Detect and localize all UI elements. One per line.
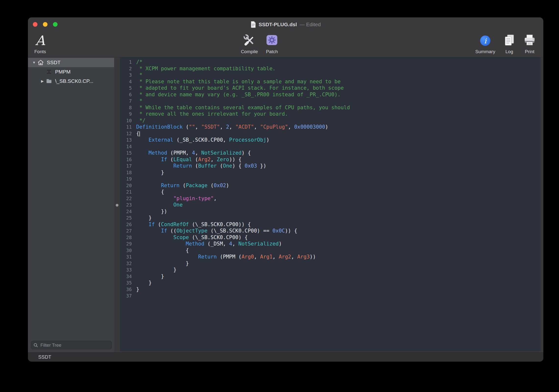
line-number: 26	[120, 221, 136, 228]
line-number: 8	[120, 104, 136, 111]
line-number: 5	[120, 85, 136, 91]
pane-splitter[interactable]	[114, 57, 120, 352]
code-line-14[interactable]: 14	[120, 143, 541, 150]
code-line-16[interactable]: 16 If (LEqual (Arg2, Zero)) {	[120, 156, 541, 163]
code-line-37[interactable]: 37	[120, 293, 541, 299]
code-text: * While the table contains several examp…	[136, 104, 350, 111]
house-icon	[37, 60, 45, 65]
code-line-28[interactable]: 28 Scope (\_SB.SCK0.CP00) {	[120, 234, 541, 241]
code-line-19[interactable]: 19	[120, 176, 541, 182]
code-line-17[interactable]: 17 Return (Buffer (One) { 0x03 })	[120, 163, 541, 169]
navigator-tree[interactable]: ▼SSDTPMPM▶\_SB.SCK0.CP...	[28, 57, 114, 341]
code-line-10[interactable]: 10 */	[120, 117, 541, 124]
code-line-26[interactable]: 26 If (CondRefOf (\_SB.SCK0.CP00)) {	[120, 221, 541, 228]
text-caret	[139, 131, 140, 136]
line-number: 28	[120, 234, 136, 241]
patch-button[interactable]: Patch	[254, 33, 290, 54]
code-text: Return (PMPM (Arg0, Arg1, Arg2, Arg3))	[136, 254, 316, 260]
code-line-34[interactable]: 34 }	[120, 273, 541, 280]
code-line-27[interactable]: 27 If ((ObjectType (\_SB.SCK0.CP00) == 0…	[120, 228, 541, 234]
code-line-12[interactable]: 12{	[120, 130, 541, 137]
code-line-33[interactable]: 33 }	[120, 267, 541, 273]
line-number: 25	[120, 215, 136, 221]
code-line-29[interactable]: 29 Method (_DSM, 4, NotSerialized)	[120, 241, 541, 247]
fonts-icon: A	[36, 34, 45, 47]
line-number: 2	[120, 65, 136, 72]
code-line-5[interactable]: 5 * adapted to fit your board's ACPI sta…	[120, 85, 541, 91]
code-text: *	[136, 98, 142, 104]
code-text: }	[136, 215, 152, 221]
code-text: }	[136, 280, 152, 286]
code-line-2[interactable]: 2 * XCPM power management compatibility …	[120, 65, 541, 72]
code-line-6[interactable]: 6 * and device name may vary (e.g. _SB_.…	[120, 91, 541, 98]
line-number: 23	[120, 202, 136, 208]
info-icon: i	[480, 36, 490, 46]
code-text: *	[136, 72, 142, 78]
code-line-8[interactable]: 8 * While the table contains several exa…	[120, 104, 541, 111]
fonts-label: Fonts	[34, 49, 46, 54]
code-line-21[interactable]: 21 {	[120, 189, 541, 195]
window-title: SSDT-PLUG.dsl	[259, 22, 297, 27]
tree-item-label: PMPM	[55, 69, 71, 75]
code-text: If (LEqual (Arg2, Zero)) {	[136, 156, 242, 163]
line-number: 1	[120, 59, 136, 65]
document-icon	[251, 21, 256, 28]
folder-icon	[45, 79, 53, 84]
code-line-18[interactable]: 18 }	[120, 169, 541, 176]
code-line-32[interactable]: 32 }	[120, 260, 541, 267]
line-number: 14	[120, 143, 136, 150]
code-line-4[interactable]: 4 * Please note that this table is only …	[120, 78, 541, 85]
line-number: 30	[120, 247, 136, 254]
code-line-13[interactable]: 13 External (_SB_.SCK0.CP00, ProcessorOb…	[120, 137, 541, 143]
line-number: 27	[120, 228, 136, 234]
line-number: 4	[120, 78, 136, 85]
code-line-11[interactable]: 11DefinitionBlock ("", "SSDT", 2, "ACDT"…	[120, 124, 541, 130]
tree-item-pmpm[interactable]: PMPM	[28, 67, 114, 76]
tree-item-sb-sck0-cp[interactable]: ▶\_SB.SCK0.CP...	[28, 76, 114, 86]
tree-item-ssdt[interactable]: ▼SSDT	[28, 58, 114, 67]
code-line-22[interactable]: 22 "plugin-type",	[120, 195, 541, 202]
code-text: {	[136, 189, 164, 195]
line-number: 17	[120, 163, 136, 169]
code-line-24[interactable]: 24 })	[120, 208, 541, 215]
code-line-23[interactable]: 23 One	[120, 202, 541, 208]
disclosure-triangle-icon[interactable]: ▶	[40, 79, 45, 83]
code-line-3[interactable]: 3 *	[120, 72, 541, 78]
code-line-20[interactable]: 20 Return (Package (0x02)	[120, 182, 541, 189]
code-text: One	[136, 202, 183, 208]
statusbar-text: SSDT	[38, 354, 51, 360]
code-line-31[interactable]: 31 Return (PMPM (Arg0, Arg1, Arg2, Arg3)…	[120, 254, 541, 260]
line-number: 16	[120, 156, 136, 163]
line-number: 19	[120, 176, 136, 182]
code-line-9[interactable]: 9 * remove all the ones irrelevant for y…	[120, 111, 541, 117]
filter-tree-field[interactable]	[31, 341, 112, 349]
code-line-25[interactable]: 25 }	[120, 215, 541, 221]
tree-item-label: \_SB.SCK0.CP...	[55, 78, 93, 84]
line-number: 21	[120, 189, 136, 195]
code-text: */	[136, 117, 146, 124]
fonts-button[interactable]: A Fonts	[28, 33, 59, 54]
filter-tree-input[interactable]	[40, 342, 109, 348]
disclosure-triangle-icon[interactable]: ▼	[31, 61, 37, 64]
app-window: SSDT-PLUG.dsl — Edited A Fonts	[28, 17, 543, 362]
print-button[interactable]: Print	[511, 33, 543, 54]
code-text: * XCPM power management compatibility ta…	[136, 65, 276, 72]
line-number: 35	[120, 280, 136, 286]
search-icon	[34, 343, 38, 347]
code-line-36[interactable]: 36}	[120, 286, 541, 293]
code-text: "plugin-type",	[136, 195, 217, 202]
code-line-35[interactable]: 35 }	[120, 280, 541, 286]
code-line-15[interactable]: 15 Method (PMPM, 4, NotSerialized) {	[120, 150, 541, 156]
code-text: })	[136, 208, 167, 215]
code-line-30[interactable]: 30 {	[120, 247, 541, 254]
titlebar[interactable]: SSDT-PLUG.dsl — Edited	[28, 17, 543, 32]
code-line-7[interactable]: 7 *	[120, 98, 541, 104]
window-title-area: SSDT-PLUG.dsl — Edited	[28, 17, 543, 32]
splitter-handle[interactable]	[116, 204, 119, 207]
code-line-1[interactable]: 1/*	[120, 59, 541, 65]
code-editor[interactable]: 1/*2 * XCPM power management compatibili…	[120, 57, 541, 351]
statusbar: SSDT	[28, 352, 543, 362]
line-number: 3	[120, 72, 136, 78]
code-text: If ((ObjectType (\_SB.SCK0.CP00) == 0x0C…	[136, 228, 297, 234]
line-number: 29	[120, 241, 136, 247]
